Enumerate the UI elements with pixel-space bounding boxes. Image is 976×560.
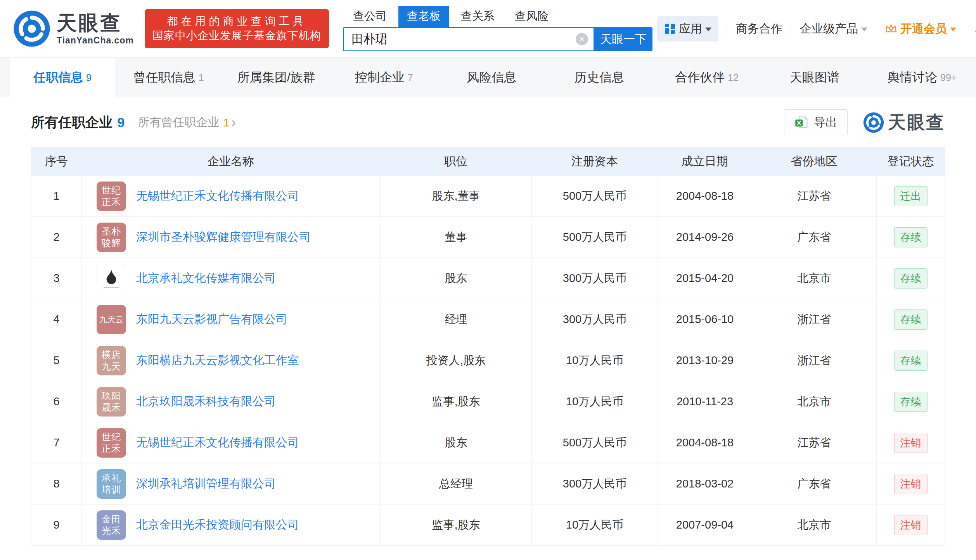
- nav-business-cooperation[interactable]: 商务合作: [736, 21, 782, 37]
- province-cell: 江苏省: [752, 422, 877, 463]
- company-link[interactable]: 北京承礼文化传媒有限公司: [136, 270, 276, 286]
- company-link[interactable]: 无锡世纪正禾文化传播有限公司: [136, 188, 299, 204]
- tab-合作伙伴[interactable]: 合作伙伴12: [653, 58, 761, 97]
- status-cell: 存续: [877, 381, 945, 422]
- company-logo[interactable]: 玖阳晟禾: [97, 387, 126, 417]
- company-link[interactable]: 无锡世纪正禾文化传播有限公司: [136, 435, 299, 451]
- status-badge: 注销: [894, 515, 928, 535]
- tab-count: 9: [86, 72, 92, 83]
- clear-search-icon[interactable]: ×: [576, 33, 588, 45]
- row-seq: 5: [31, 340, 82, 381]
- search-tabs: 查公司查老板查关系查风险: [343, 6, 657, 27]
- excel-icon: [794, 116, 808, 130]
- nav-divider: [791, 22, 791, 35]
- company-link[interactable]: 东阳横店九天云影视文化工作室: [136, 353, 299, 368]
- status-badge: 注销: [894, 433, 928, 453]
- brand-name: 天眼查: [57, 12, 134, 34]
- company-link[interactable]: 北京金田光禾投资顾问有限公司: [136, 517, 299, 533]
- row-seq: 1: [31, 176, 82, 216]
- nav-divider: [876, 22, 876, 35]
- company-logo[interactable]: 横店九天: [97, 346, 126, 375]
- tab-天眼图谱[interactable]: 天眼图谱: [761, 58, 869, 97]
- tab-历史信息[interactable]: 历史信息: [545, 58, 653, 97]
- logo-text: 正禾: [102, 196, 121, 208]
- company-logo[interactable]: 圣朴骏辉: [97, 223, 126, 252]
- nav-open-vip[interactable]: 开通会员: [885, 21, 956, 37]
- tianyancha-swirl-icon: [863, 112, 884, 133]
- col-header-5: 省份地区: [752, 147, 876, 176]
- col-header-6: 登记状态: [876, 147, 945, 176]
- table-row: 8承礼培训深圳承礼培训管理有限公司总经理300万人民币2018-03-02广东省…: [31, 463, 945, 505]
- status-cell: 迁出: [877, 176, 945, 216]
- status-cell: 存续: [877, 258, 945, 299]
- bell-icon: [974, 22, 976, 35]
- tab-舆情讨论[interactable]: 舆情讨论99+: [869, 58, 976, 97]
- status-badge: 存续: [894, 309, 928, 330]
- nav-enterprise-products[interactable]: 企业级产品: [800, 21, 867, 37]
- logo-text: 世纪: [102, 185, 121, 196]
- company-link[interactable]: 深圳市圣朴骏辉健康管理有限公司: [136, 229, 311, 245]
- row-seq: 6: [31, 381, 82, 422]
- notifications-bell[interactable]: [974, 22, 976, 35]
- logo-text: 正禾: [102, 443, 121, 455]
- row-seq: 3: [31, 258, 82, 299]
- position-cell: 股东: [381, 422, 532, 463]
- tab-曾任职信息[interactable]: 曾任职信息1: [115, 58, 223, 97]
- status-badge: 存续: [894, 268, 928, 289]
- chevron-down-icon: [950, 28, 956, 31]
- company-logo[interactable]: [97, 264, 126, 293]
- tab-风险信息[interactable]: 风险信息: [438, 58, 546, 97]
- tab-任职信息[interactable]: 任职信息9: [10, 58, 115, 97]
- col-header-2: 职位: [380, 147, 531, 176]
- company-logo[interactable]: 九天云: [97, 305, 126, 334]
- former-positions-link[interactable]: 所有曾任职企业 1 ›: [138, 114, 236, 130]
- company-link[interactable]: 深圳承礼培训管理有限公司: [136, 476, 276, 492]
- table-row: 6玖阳晟禾北京玖阳晟禾科技有限公司监事,股东10万人民币2010-11-23北京…: [31, 381, 945, 422]
- search-tab-查老板[interactable]: 查老板: [398, 6, 449, 27]
- position-cell: 股东,董事: [381, 176, 532, 216]
- apps-label: 应用: [679, 21, 702, 37]
- tab-count: 99+: [940, 72, 957, 83]
- export-button[interactable]: 导出: [784, 109, 848, 135]
- date-cell: 2004-08-18: [658, 422, 752, 463]
- company-logo[interactable]: 世纪正禾: [97, 181, 126, 211]
- chevron-right-icon: ›: [231, 117, 236, 128]
- table-row: 3北京承礼文化传媒有限公司股东300万人民币2015-04-20北京市存续: [31, 258, 945, 299]
- apps-grid-icon: [664, 23, 676, 35]
- apps-menu[interactable]: 应用: [657, 16, 718, 41]
- search-button[interactable]: 天眼一下: [594, 27, 652, 51]
- col-header-1: 企业名称: [81, 147, 380, 176]
- search-input[interactable]: [351, 32, 576, 46]
- tab-label: 天眼图谱: [790, 69, 839, 86]
- brand-logo[interactable]: 天眼查 TianYanCha.com: [13, 10, 134, 47]
- tab-控制企业[interactable]: 控制企业7: [330, 58, 438, 97]
- company-cell: 北京承礼文化传媒有限公司: [82, 258, 381, 299]
- company-logo[interactable]: 承礼培训: [97, 469, 126, 499]
- status-cell: 注销: [877, 422, 945, 463]
- company-logo[interactable]: 金田光禾: [97, 510, 126, 540]
- capital-cell: 10万人民币: [532, 505, 658, 545]
- search-tab-查关系[interactable]: 查关系: [452, 6, 503, 27]
- search-tab-查公司[interactable]: 查公司: [344, 6, 395, 27]
- tab-所属集团/族群[interactable]: 所属集团/族群: [223, 58, 331, 97]
- position-cell: 股东: [381, 258, 532, 299]
- table-row: 5横店九天东阳横店九天云影视文化工作室投资人,股东10万人民币2013-10-2…: [31, 340, 945, 381]
- promo-line2: 国家中小企业发展子基金旗下机构: [152, 29, 321, 43]
- company-link[interactable]: 东阳九天云影视广告有限公司: [136, 311, 287, 327]
- logo-text: 骏辉: [102, 237, 121, 249]
- company-cell: 世纪正禾无锡世纪正禾文化传播有限公司: [82, 176, 381, 216]
- company-cell: 承礼培训深圳承礼培训管理有限公司: [82, 463, 381, 504]
- search-tab-查风险[interactable]: 查风险: [506, 6, 557, 27]
- capital-cell: 300万人民币: [532, 463, 658, 504]
- province-cell: 北京市: [752, 505, 877, 545]
- company-link[interactable]: 北京玖阳晟禾科技有限公司: [136, 394, 276, 410]
- col-header-4: 成立日期: [658, 147, 752, 176]
- logo-text: 金田: [102, 513, 121, 525]
- nav-divider: [727, 22, 727, 35]
- chevron-down-icon: [861, 28, 867, 31]
- promo-banner: 都在用的商业查询工具 国家中小企业发展子基金旗下机构: [145, 9, 329, 48]
- status-cell: 注销: [877, 505, 945, 545]
- company-cell: 圣朴骏辉深圳市圣朴骏辉健康管理有限公司: [82, 217, 381, 258]
- logo-text: 承礼: [102, 472, 121, 484]
- company-logo[interactable]: 世纪正禾: [97, 428, 126, 458]
